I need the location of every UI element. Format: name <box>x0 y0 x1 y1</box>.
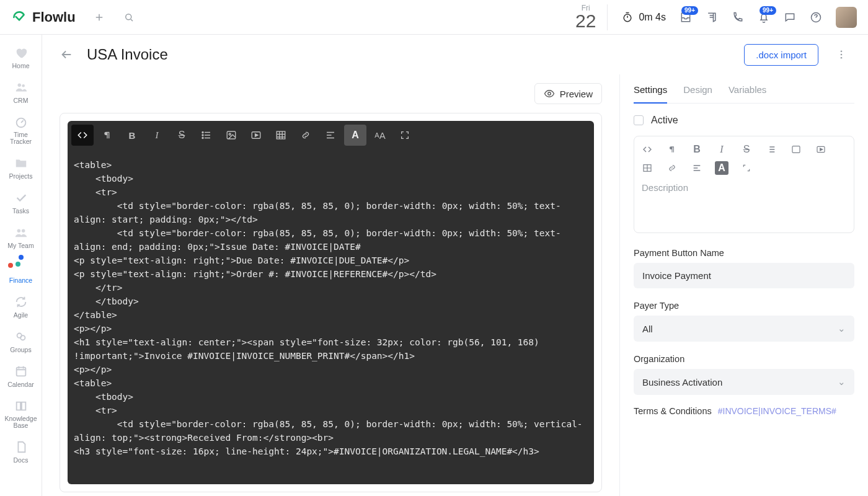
nav-tasks[interactable]: Tasks <box>2 188 40 217</box>
nav-my-team[interactable]: My Team <box>2 223 40 252</box>
help-button[interactable] <box>810 11 822 24</box>
search-button[interactable] <box>123 11 135 24</box>
font-size-button[interactable]: AA <box>369 125 391 146</box>
app-name: Flowlu <box>32 9 76 25</box>
mini-link-icon[interactable] <box>665 161 679 175</box>
gauge-icon <box>14 115 28 129</box>
mini-strike-icon[interactable]: S <box>740 143 753 156</box>
chevron-down-icon: ⌄ <box>838 323 846 334</box>
calendar-icon <box>14 365 28 378</box>
svg-rect-10 <box>16 368 25 376</box>
finance-icon <box>14 260 28 274</box>
calls-button[interactable] <box>732 11 744 24</box>
eye-icon <box>544 88 555 99</box>
nav-groups[interactable]: Groups <box>2 327 40 356</box>
svg-rect-18 <box>227 131 236 139</box>
svg-point-0 <box>125 14 131 19</box>
svg-point-9 <box>20 335 25 340</box>
nav-finance[interactable]: Finance <box>2 258 40 286</box>
description-editor[interactable]: B I S A Description <box>634 136 854 233</box>
inbox-button[interactable]: 99+ <box>680 11 692 24</box>
tab-settings[interactable]: Settings <box>634 84 667 104</box>
heart-icon <box>14 46 28 60</box>
active-checkbox[interactable] <box>634 115 644 125</box>
table-button[interactable] <box>270 125 292 146</box>
svg-point-11 <box>841 50 843 52</box>
nav-projects[interactable]: Projects <box>2 154 40 182</box>
add-button[interactable] <box>93 11 105 24</box>
svg-point-16 <box>202 135 203 136</box>
user-avatar[interactable] <box>836 7 857 28</box>
active-label: Active <box>651 115 678 126</box>
nav-docs[interactable]: Docs <box>2 438 40 466</box>
team-icon <box>14 226 28 239</box>
description-placeholder: Description <box>640 180 848 230</box>
timer-button[interactable]: 0m 4s <box>621 11 666 24</box>
messages-button[interactable] <box>784 11 796 24</box>
payment-button-label: Payment Button Name <box>634 248 854 258</box>
payment-button-input[interactable] <box>634 263 854 288</box>
mini-italic-icon[interactable]: I <box>715 143 728 156</box>
image-button[interactable] <box>220 125 242 146</box>
align-button[interactable] <box>319 125 342 146</box>
nav-knowledge-base[interactable]: Knowledge Base <box>2 397 40 432</box>
mini-list-icon[interactable] <box>764 143 778 156</box>
mini-align-icon[interactable] <box>690 161 704 175</box>
text-color-button[interactable]: A <box>344 125 366 146</box>
nav-time-tracker[interactable]: Time Tracker <box>2 113 40 148</box>
mini-expand-icon[interactable] <box>740 161 753 175</box>
strike-button[interactable]: S <box>170 125 193 146</box>
mini-bold-icon[interactable]: B <box>690 143 704 156</box>
left-nav: Home CRM Time Tracker Projects Tasks My … <box>0 35 42 496</box>
terms-variable: #INVOICE|INVOICE_TERMS# <box>718 406 836 416</box>
notes-button[interactable] <box>706 11 718 24</box>
app-logo[interactable]: Flowlu <box>11 9 76 25</box>
bold-button[interactable]: B <box>121 125 143 146</box>
payer-type-select[interactable]: All ⌄ <box>634 316 854 342</box>
nav-calendar[interactable]: Calendar <box>2 362 40 391</box>
page-title: USA Invoice <box>87 46 168 63</box>
svg-rect-22 <box>792 146 800 153</box>
organization-select[interactable]: Business Activation ⌄ <box>634 369 854 395</box>
topbar: Flowlu Fri 22 0m 4s 99+ 99+ <box>0 0 868 35</box>
mini-code-icon[interactable] <box>640 143 654 156</box>
back-button[interactable] <box>60 48 73 61</box>
code-editor[interactable]: <table> <tbody> <tr> <td style="border-c… <box>68 149 594 484</box>
circles-icon <box>14 330 28 343</box>
mini-textcolor-icon[interactable]: A <box>715 161 728 175</box>
nav-agile[interactable]: Agile <box>2 293 40 321</box>
svg-point-17 <box>202 138 203 139</box>
video-button[interactable] <box>245 125 267 146</box>
date-number: 22 <box>575 12 596 30</box>
mini-table-icon[interactable] <box>640 161 654 175</box>
docx-import-button[interactable]: .docx import <box>744 44 818 66</box>
notifications-button[interactable]: 99+ <box>758 11 770 24</box>
paragraph-button[interactable] <box>96 125 118 146</box>
code-view-button[interactable] <box>71 125 94 146</box>
preview-button[interactable]: Preview <box>534 83 602 104</box>
page-header: USA Invoice .docx import <box>42 35 868 74</box>
payer-type-label: Payer Type <box>634 301 854 311</box>
tab-variables[interactable]: Variables <box>728 84 766 103</box>
svg-point-7 <box>21 229 24 233</box>
book-icon <box>14 399 28 413</box>
mini-image-icon[interactable] <box>789 143 803 156</box>
fullscreen-button[interactable] <box>394 125 416 146</box>
editor-pane: Preview B I S A AA <box>42 74 620 496</box>
svg-point-4 <box>22 84 25 87</box>
svg-point-14 <box>547 92 551 95</box>
svg-point-15 <box>202 132 203 133</box>
tab-design[interactable]: Design <box>683 84 712 103</box>
mini-video-icon[interactable] <box>814 143 828 156</box>
more-button[interactable] <box>832 45 851 64</box>
list-button[interactable] <box>195 125 218 146</box>
folder-icon <box>14 156 28 170</box>
mini-paragraph-icon[interactable] <box>665 143 679 156</box>
nav-home[interactable]: Home <box>2 43 40 72</box>
nav-crm[interactable]: CRM <box>2 78 40 107</box>
editor-card: B I S A AA <table> <tbody> <tr> <td styl… <box>60 113 602 492</box>
link-button[interactable] <box>294 125 317 146</box>
doc-icon <box>14 440 28 454</box>
italic-button[interactable]: I <box>146 125 168 146</box>
terms-label: Terms & Conditions <box>634 406 712 416</box>
